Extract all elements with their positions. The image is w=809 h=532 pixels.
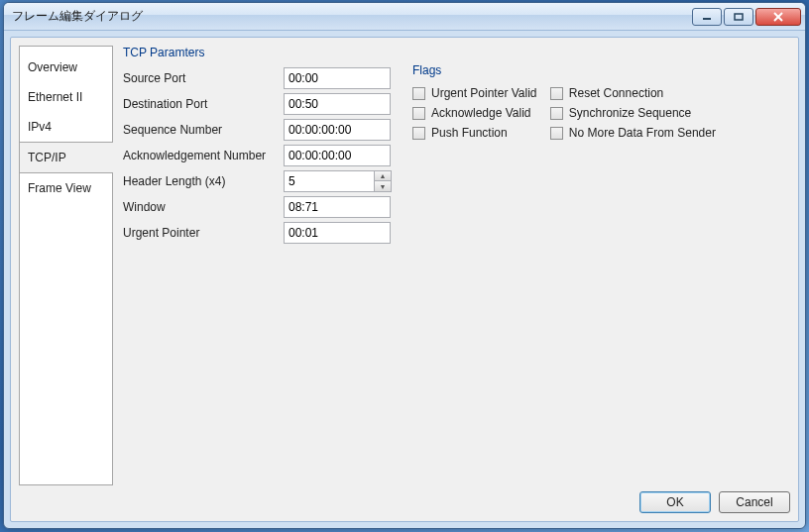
row-source-port: Source Port [123, 67, 391, 89]
check-push-function[interactable]: Push Function [412, 123, 537, 143]
tab-frameview[interactable]: Frame View [20, 173, 112, 203]
checkbox-icon [412, 87, 425, 100]
minimize-button[interactable] [692, 8, 722, 26]
row-urgent-pointer: Urgent Pointer [123, 222, 391, 244]
checkbox-icon [550, 87, 563, 100]
input-destination-port[interactable] [284, 93, 391, 115]
label-sequence-number: Sequence Number [123, 123, 284, 137]
row-ack-number: Acknowledgement Number [123, 145, 391, 166]
tab-tcpip[interactable]: TCP/IP [20, 142, 113, 173]
input-urgent-pointer[interactable] [284, 222, 391, 244]
input-header-length[interactable] [284, 170, 374, 192]
label-window: Window [123, 200, 284, 214]
flags-col-right: Reset Connection Synchronize Sequence No… [550, 83, 716, 143]
check-acknowledge-valid[interactable]: Acknowledge Valid [412, 103, 537, 123]
window-title: フレーム編集ダイアログ [12, 8, 692, 25]
close-icon [772, 12, 784, 22]
minimize-icon [702, 13, 712, 21]
row-destination-port: Destination Port [123, 93, 391, 115]
check-urgent-pointer-valid[interactable]: Urgent Pointer Valid [412, 83, 537, 103]
svg-rect-1 [735, 14, 743, 20]
check-reset-connection[interactable]: Reset Connection [550, 83, 716, 103]
check-label: Synchronize Sequence [569, 106, 691, 120]
window-buttons [692, 8, 801, 26]
maximize-button[interactable] [724, 8, 753, 26]
check-synchronize-sequence[interactable]: Synchronize Sequence [550, 103, 716, 123]
client-area: Overview Ethernet II IPv4 TCP/IP Frame V… [10, 37, 799, 522]
input-window[interactable] [284, 196, 391, 218]
tab-ipv4[interactable]: IPv4 [20, 112, 112, 142]
tcp-panel: TCP Paramters Source Port Destination Po… [119, 46, 790, 485]
label-urgent-pointer: Urgent Pointer [123, 226, 284, 240]
label-destination-port: Destination Port [123, 97, 284, 111]
flags-group: Urgent Pointer Valid Acknowledge Valid P… [412, 83, 716, 143]
check-label: No More Data From Sender [569, 126, 716, 140]
tab-ethernet[interactable]: Ethernet II [20, 82, 112, 112]
tab-overview[interactable]: Overview [20, 53, 112, 82]
checkbox-icon [412, 127, 425, 140]
input-ack-number[interactable] [284, 145, 391, 166]
close-button[interactable] [755, 8, 801, 26]
spin-up-button[interactable]: ▲ [375, 171, 391, 181]
label-ack-number: Acknowledgement Number [123, 149, 284, 162]
check-label: Push Function [431, 126, 508, 140]
row-header-length: Header Length (x4) ▲ ▼ [123, 170, 392, 192]
input-source-port[interactable] [284, 67, 391, 89]
title-bar: フレーム編集ダイアログ [4, 3, 805, 31]
tab-list: Overview Ethernet II IPv4 TCP/IP Frame V… [19, 46, 113, 485]
maximize-icon [734, 13, 744, 21]
check-label: Urgent Pointer Valid [431, 86, 537, 100]
flags-col-left: Urgent Pointer Valid Acknowledge Valid P… [412, 83, 537, 143]
label-source-port: Source Port [123, 71, 284, 85]
group-label-flags: Flags [412, 63, 441, 77]
row-sequence-number: Sequence Number [123, 119, 391, 141]
checkbox-icon [550, 127, 563, 140]
group-label-tcp: TCP Paramters [123, 46, 204, 59]
ok-button[interactable]: OK [639, 491, 711, 513]
input-sequence-number[interactable] [284, 119, 391, 141]
checkbox-icon [550, 107, 563, 120]
dialog-buttons: OK Cancel [19, 485, 790, 513]
check-label: Reset Connection [569, 86, 663, 100]
cancel-button[interactable]: Cancel [719, 491, 790, 513]
row-window: Window [123, 196, 391, 218]
check-no-more-data[interactable]: No More Data From Sender [550, 123, 716, 143]
label-header-length: Header Length (x4) [123, 174, 284, 188]
spinner-buttons: ▲ ▼ [374, 170, 392, 192]
check-label: Acknowledge Valid [431, 106, 531, 120]
checkbox-icon [412, 107, 425, 120]
spin-down-button[interactable]: ▼ [375, 181, 391, 191]
spinner-header-length: ▲ ▼ [284, 170, 392, 192]
dialog-window: フレーム編集ダイアログ Overview Ethernet II IPv4 [3, 2, 806, 529]
